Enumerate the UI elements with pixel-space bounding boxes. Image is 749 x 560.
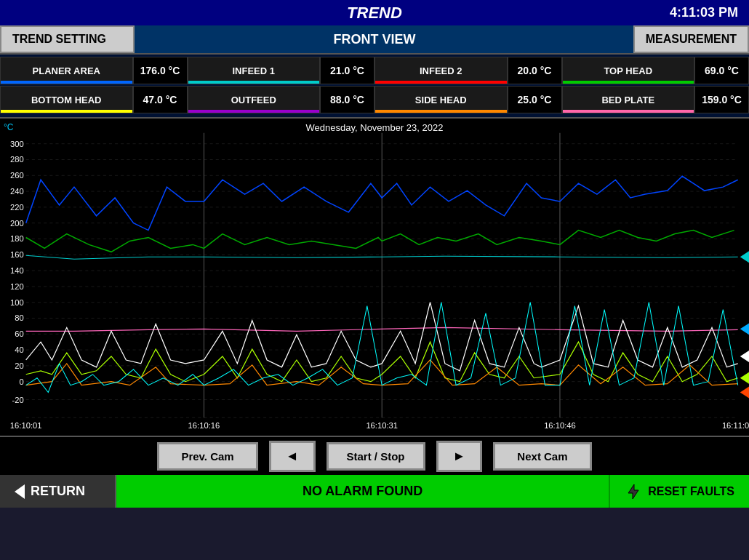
svg-text:280: 280 [10, 156, 24, 164]
svg-text:-20: -20 [12, 396, 23, 405]
measurement-button[interactable]: MEASUREMENT [633, 25, 749, 53]
front-view-label: FRONT VIEW [334, 32, 416, 47]
svg-text:80: 80 [15, 314, 23, 323]
sensor-infeed2: INFEED 2 20.0 °C [374, 57, 562, 84]
sensor-planer-area-label: PLANER AREA [0, 57, 133, 84]
sensor-planer-area: PLANER AREA 176.0 °C [0, 57, 188, 84]
sensor-outfeed-label: OUTFEED [188, 86, 321, 113]
sensor-side-head-value: 25.0 °C [508, 86, 562, 113]
svg-text:160: 160 [10, 250, 24, 259]
sensor-infeed1-label: INFEED 1 [188, 57, 321, 84]
sensor-bed-plate-value: 159.0 °C [694, 86, 749, 113]
sensor-top-head-label: TOP HEAD [562, 57, 695, 84]
svg-text:16:10:46: 16:10:46 [544, 421, 576, 430]
return-label: RETURN [31, 484, 85, 499]
chart-date: Wednesday, November 23, 2022 [306, 122, 444, 133]
sensor-outfeed-value: 88.0 °C [320, 86, 374, 113]
celsius-label: °C [4, 122, 13, 132]
svg-text:140: 140 [10, 266, 24, 275]
trend-setting-label: TREND SETTING [12, 33, 106, 46]
prev-cam-button[interactable]: Prev. Cam [157, 442, 257, 471]
measurement-label: MEASUREMENT [646, 33, 737, 46]
svg-text:16:10:16: 16:10:16 [188, 421, 220, 430]
sensor-container: PLANER AREA 176.0 °C INFEED 1 21.0 °C IN… [0, 55, 749, 117]
sensor-bottom-head: BOTTOM HEAD 47.0 °C [0, 86, 188, 113]
svg-marker-47 [740, 372, 749, 384]
reset-faults-label: RESET FAULTS [648, 485, 734, 498]
svg-marker-49 [628, 484, 638, 499]
svg-text:60: 60 [15, 329, 23, 338]
chart-container: °C Wednesday, November 23, 2022 [0, 117, 749, 437]
sensor-infeed1: INFEED 1 21.0 °C [188, 57, 375, 84]
prev-arrow-button[interactable]: ◄ [269, 441, 316, 472]
reset-faults-button[interactable]: RESET FAULTS [609, 475, 749, 508]
header-title: TREND [347, 4, 402, 23]
svg-marker-45 [740, 323, 749, 335]
svg-text:120: 120 [10, 282, 24, 291]
sensor-bottom-head-value: 47.0 °C [133, 86, 188, 113]
lightning-icon [625, 483, 642, 500]
sensor-bottom-head-label: BOTTOM HEAD [0, 86, 133, 113]
svg-text:240: 240 [10, 187, 24, 196]
nav-bar: TREND SETTING FRONT VIEW MEASUREMENT [0, 25, 749, 55]
svg-marker-46 [740, 351, 749, 362]
sensor-infeed2-value: 20.0 °C [508, 57, 562, 84]
sensor-infeed1-value: 21.0 °C [320, 57, 374, 84]
trend-setting-button[interactable]: TREND SETTING [0, 25, 135, 53]
sensor-planer-area-value: 176.0 °C [133, 57, 188, 84]
sensor-outfeed: OUTFEED 88.0 °C [188, 86, 375, 113]
sensor-side-head: SIDE HEAD 25.0 °C [374, 86, 562, 113]
svg-text:100: 100 [10, 298, 24, 307]
svg-text:16:10:01: 16:10:01 [10, 421, 42, 430]
svg-text:20: 20 [15, 361, 23, 370]
svg-text:220: 220 [10, 203, 24, 212]
sensor-side-head-label: SIDE HEAD [374, 86, 508, 113]
svg-text:16:11:01: 16:11:01 [722, 421, 749, 430]
sensor-bed-plate: BED PLATE 159.0 °C [562, 86, 750, 113]
svg-text:300: 300 [10, 140, 24, 148]
return-button[interactable]: RETURN [0, 475, 116, 508]
return-icon [15, 484, 25, 499]
header: TREND 4:11:03 PM [0, 0, 749, 25]
header-time: 4:11:03 PM [670, 5, 738, 20]
svg-text:200: 200 [10, 219, 24, 228]
next-cam-button[interactable]: Next Cam [493, 442, 591, 471]
sensor-row-1: PLANER AREA 176.0 °C INFEED 1 21.0 °C IN… [0, 57, 749, 84]
alarm-status-label: NO ALARM FOUND [116, 475, 609, 508]
sensor-row-2: BOTTOM HEAD 47.0 °C OUTFEED 88.0 °C SIDE… [0, 86, 749, 113]
svg-text:40: 40 [15, 345, 23, 354]
footer: RETURN NO ALARM FOUND RESET FAULTS [0, 475, 749, 508]
svg-marker-44 [740, 251, 749, 263]
sensor-bed-plate-label: BED PLATE [562, 86, 695, 113]
sensor-top-head: TOP HEAD 69.0 °C [562, 57, 750, 84]
sensor-top-head-value: 69.0 °C [694, 57, 749, 84]
svg-marker-48 [740, 387, 749, 399]
svg-text:16:10:31: 16:10:31 [366, 421, 398, 430]
svg-text:260: 260 [10, 171, 24, 180]
start-stop-button[interactable]: Start / Stop [327, 442, 425, 471]
svg-text:180: 180 [10, 235, 24, 244]
svg-text:0: 0 [19, 377, 23, 386]
bottom-button-bar: Prev. Cam ◄ Start / Stop ► Next Cam [0, 437, 749, 475]
sensor-infeed2-label: INFEED 2 [374, 57, 508, 84]
trend-chart: 300 280 260 240 220 200 180 160 140 120 … [0, 119, 749, 436]
next-arrow-button[interactable]: ► [436, 441, 483, 472]
